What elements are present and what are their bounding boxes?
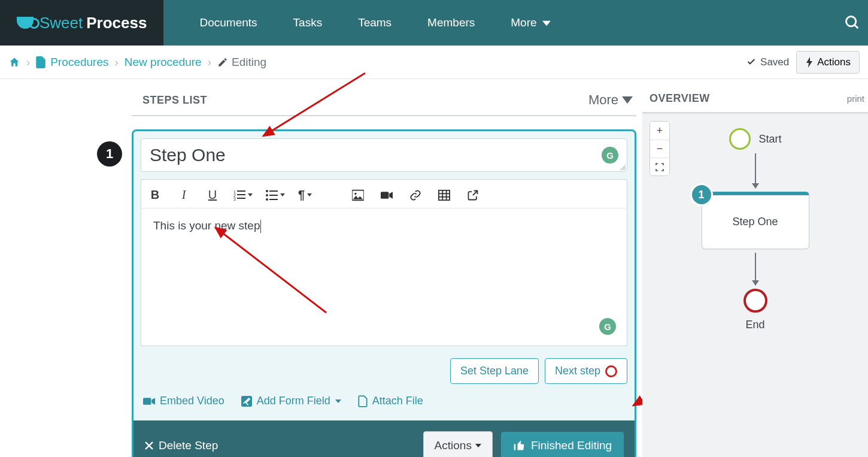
thumbs-up-icon (513, 440, 525, 452)
bold-button[interactable]: B (147, 189, 163, 202)
saved-indicator: Saved (746, 56, 789, 68)
cup-icon (17, 17, 34, 29)
nav-more[interactable]: More (511, 16, 551, 29)
svg-rect-3 (237, 190, 245, 192)
attach-file-button[interactable]: Attach File (358, 395, 423, 407)
overview-title: OVERVIEW (650, 92, 710, 105)
nav-links: Documents Tasks Teams Members More (163, 0, 844, 46)
brand-b: Process (86, 14, 147, 32)
svg-point-10 (266, 194, 268, 196)
arrow-icon (755, 253, 756, 285)
overview-header: OVERVIEW print (642, 79, 868, 113)
start-label: Start (759, 133, 782, 146)
nav-search[interactable] (844, 0, 868, 46)
svg-rect-16 (381, 192, 389, 199)
svg-rect-17 (439, 190, 450, 199)
end-label: End (746, 319, 765, 331)
step-title-input[interactable] (150, 145, 602, 165)
step-title-field[interactable]: G (141, 138, 627, 172)
table-button[interactable] (436, 189, 452, 202)
text-cursor (260, 220, 261, 233)
logo[interactable]: SweetProcess (0, 0, 163, 46)
step-node-badge: 1 (690, 183, 713, 206)
resize-handle-icon[interactable] (620, 164, 626, 170)
step-footer: Delete Step Actions Finished Editing (133, 420, 635, 457)
print-link[interactable]: print (847, 93, 864, 104)
top-nav: SweetProcess Documents Tasks Teams Membe… (0, 0, 868, 46)
svg-text:3: 3 (233, 197, 236, 201)
grammarly-icon[interactable]: G (602, 147, 618, 164)
step-node-label: Step One (733, 216, 778, 228)
svg-point-0 (846, 17, 856, 26)
nav-tasks[interactable]: Tasks (293, 16, 323, 29)
zoom-fullscreen-button[interactable] (650, 158, 669, 175)
nav-teams[interactable]: Teams (358, 16, 391, 29)
zoom-out-button[interactable]: − (650, 140, 669, 158)
grammarly-icon[interactable]: G (599, 318, 616, 335)
set-step-lane-button[interactable]: Set Step Lane (450, 358, 539, 384)
link-button[interactable] (408, 189, 423, 202)
svg-point-15 (354, 192, 356, 194)
unordered-list-button[interactable] (266, 190, 285, 201)
overview-canvas[interactable]: + − Start 1 Step One End (642, 113, 868, 457)
svg-rect-5 (237, 194, 245, 195)
image-button[interactable] (350, 189, 366, 202)
steps-list-more[interactable]: More (588, 92, 633, 108)
delete-step-button[interactable]: Delete Step (144, 439, 218, 452)
add-form-field-button[interactable]: Add Form Field (241, 395, 341, 407)
nav-members[interactable]: Members (427, 16, 475, 29)
external-link-button[interactable] (465, 189, 481, 202)
steps-list-title: STEPS LIST (142, 94, 207, 107)
step-number-badge: 1 (97, 141, 122, 167)
svg-rect-9 (269, 190, 278, 192)
svg-rect-11 (269, 195, 278, 196)
svg-rect-7 (237, 198, 245, 199)
step-body-text: This is your new step (153, 219, 260, 232)
zoom-in-button[interactable]: + (650, 122, 669, 140)
crumb-editing: Editing (232, 56, 266, 69)
pencil-icon (217, 57, 228, 68)
brand-a: Sweet (40, 14, 83, 32)
editor-toolbar: B I U 123 ¶ (141, 179, 627, 208)
step-node[interactable]: 1 Step One (702, 192, 809, 249)
nav-documents[interactable]: Documents (199, 16, 257, 29)
file-icon (36, 56, 45, 68)
home-icon[interactable] (8, 56, 20, 68)
italic-button[interactable]: I (176, 189, 192, 202)
paragraph-format-button[interactable]: ¶ (298, 188, 312, 202)
end-node[interactable] (743, 289, 767, 313)
steps-list-header: STEPS LIST More (132, 79, 636, 116)
start-node[interactable] (729, 128, 751, 150)
svg-rect-22 (143, 398, 151, 405)
bolt-icon (805, 57, 814, 68)
ring-icon (605, 365, 617, 377)
crumb-procedures[interactable]: Procedures (50, 56, 108, 69)
crumb-new-procedure[interactable]: New procedure (125, 56, 202, 69)
step-actions-button[interactable]: Actions (423, 431, 493, 457)
flowchart: Start 1 Step One End (702, 128, 809, 331)
finished-editing-button[interactable]: Finished Editing (501, 432, 624, 457)
svg-point-8 (266, 190, 268, 192)
page-actions-button[interactable]: Actions (796, 51, 860, 74)
svg-line-1 (855, 25, 858, 29)
ordered-list-button[interactable]: 123 (233, 190, 253, 201)
embed-video-button[interactable]: Embed Video (143, 395, 224, 407)
next-step-button[interactable]: Next step (545, 358, 627, 384)
underline-button[interactable]: U (205, 189, 220, 202)
svg-rect-13 (269, 199, 278, 200)
svg-point-12 (266, 198, 268, 201)
arrow-icon (755, 153, 756, 188)
zoom-controls: + − (650, 121, 670, 176)
video-button[interactable] (379, 189, 394, 202)
step-editor-card: G B I U 123 ¶ (132, 129, 636, 457)
breadcrumb: › Procedures › New procedure › Editing S… (0, 46, 868, 79)
step-body-editor[interactable]: This is your new step G (141, 208, 627, 346)
